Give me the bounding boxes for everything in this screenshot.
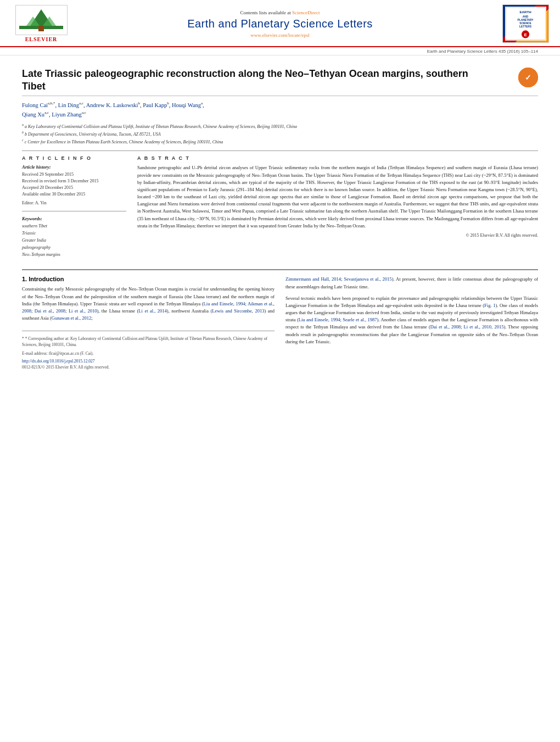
ref-zimmermann[interactable]: Zimmermann and Hall, 2014 — [285, 276, 341, 282]
elsevier-logo: ELSEVIER — [11, 5, 71, 42]
article-title-section: Late Triassic paleogeographic reconstruc… — [22, 68, 538, 96]
journal-logo-box: EARTH AND PLANETARY SCIENCE LETTERS E — [502, 4, 549, 43]
ref-searle[interactable]: Searle et al., 1987 — [343, 317, 377, 322]
author-liyun-zhang: Liyun Zhang — [52, 111, 82, 118]
keywords-list: southern Tibet Triassic Greater India pa… — [22, 223, 126, 258]
keyword-1: southern Tibet — [22, 223, 126, 230]
ref-liu-einsele[interactable]: Liu and Einsele, 1994 — [204, 301, 245, 306]
journal-ref-bar: Earth and Planetary Science Letters 435 … — [0, 47, 560, 55]
author-paul-kapp: Paul Kapp — [143, 102, 167, 108]
keyword-3: Greater India — [22, 237, 126, 244]
received-date: Received 29 September 2015 — [22, 171, 126, 178]
authors-line: Fulong Caia,b,*, Lin Dinga,c, Andrew K. … — [22, 101, 538, 120]
ref-lewis-sircombe[interactable]: Lewis and Sircombe, 2013 — [212, 308, 264, 314]
svg-text:AND: AND — [523, 15, 529, 18]
author-qiang-xu: Qiang Xu — [22, 111, 44, 118]
ref-liu-einsele-2[interactable]: Liu and Einsele, 1994 — [299, 317, 340, 322]
article-container: Late Triassic paleogeographic reconstruc… — [0, 55, 560, 381]
ref-sevastjanova[interactable]: Sevastjanova et al., 2015 — [344, 276, 391, 282]
author-lin-ding: Lin Ding — [58, 102, 79, 108]
history-label: Article history: — [22, 164, 126, 170]
ref-li-2010-2015[interactable]: Li et al., 2010, 2015 — [464, 324, 504, 330]
header-right: EARTH AND PLANETARY SCIENCE LETTERS E — [489, 4, 549, 43]
article-title: Late Triassic paleogeographic reconstruc… — [22, 68, 472, 93]
keywords-section: Keywords: southern Tibet Triassic Greate… — [22, 216, 126, 258]
svg-text:✓: ✓ — [525, 73, 531, 82]
elsevier-logo-section: ELSEVIER — [11, 5, 71, 42]
science-direct-line: Contents lists available at ScienceDirec… — [71, 10, 489, 15]
ref-li-2010[interactable]: Li et al., 2010 — [69, 308, 97, 314]
affiliation-b: b b Department of Geosciences, Universit… — [22, 130, 538, 138]
doi-line[interactable]: http://dx.doi.org/10.1016/j.epsl.2015.12… — [22, 359, 275, 364]
body-left-col: 1. Introduction Constraining the early M… — [22, 276, 275, 370]
affiliations: a a Key Laboratory of Continental Collis… — [22, 122, 538, 145]
keyword-5: Neo–Tethyan margins — [22, 252, 126, 259]
revised-date: Received in revised form 3 December 2015 — [22, 178, 126, 185]
copyright-line: © 2015 Elsevier B.V. All rights reserved… — [137, 233, 538, 238]
svg-text:SCIENCE: SCIENCE — [519, 22, 531, 25]
keyword-4: paleogeography — [22, 244, 126, 252]
svg-rect-4 — [38, 26, 44, 31]
ref-gunawan[interactable]: Gunawan et al., 2012 — [52, 315, 91, 321]
ref-fig1[interactable]: Fig. 1 — [484, 303, 495, 308]
ref-dai-2008[interactable]: Dai et al., 2008 — [35, 308, 65, 314]
author-houqi-wang: Houqi Wang — [172, 102, 201, 108]
article-info-header: A R T I C L E I N F O — [22, 155, 126, 161]
intro-paragraph-1: Constraining the early Mesozoic paleogeo… — [22, 286, 275, 322]
section-1-title: 1. Introduction — [22, 276, 275, 282]
email-note: E-mail address: flcai@itpcas.ac.cn (F. C… — [22, 350, 275, 356]
editor-line: Editor: A. Yin — [22, 200, 126, 207]
body-two-columns: 1. Introduction Constraining the early M… — [22, 276, 538, 370]
svg-text:EARTH: EARTH — [519, 10, 531, 14]
info-divider — [22, 211, 126, 211]
intro-paragraph-2: Several tectonic models have been propos… — [285, 295, 538, 345]
intro-paragraph-cont: Zimmermann and Hall, 2014; Sevastjanova … — [285, 276, 538, 290]
article-history: Article history: Received 29 September 2… — [22, 164, 126, 207]
author-andrew-laskowski: Andrew K. Laskowski — [86, 102, 138, 108]
journal-title: Earth and Planetary Science Letters — [71, 18, 489, 30]
body-right-col: Zimmermann and Hall, 2014; Sevastjanova … — [285, 276, 538, 370]
keyword-2: Triassic — [22, 230, 126, 237]
ref-dai-2008-2[interactable]: Dai et al., 2008 — [430, 324, 461, 330]
journal-url[interactable]: www.elsevier.com/locate/epsl — [71, 32, 489, 38]
affiliation-c: c c Center for Excellence in Tibetan Pla… — [22, 138, 538, 146]
corresponding-author-note: * * Corresponding author at: Key Laborat… — [22, 336, 275, 348]
author-fulong-cai: Fulong Cai — [22, 102, 48, 108]
abstract-text: Sandstone petrographic and U–Pb detrital… — [137, 164, 538, 230]
abstract-header: A B S T R A C T — [137, 155, 538, 161]
elsevier-logo-image — [15, 5, 68, 35]
header-center: Contents lists available at ScienceDirec… — [71, 10, 489, 38]
svg-text:E: E — [524, 32, 527, 37]
crossmark-icon: ✓ — [518, 68, 538, 87]
article-info-column: A R T I C L E I N F O Article history: R… — [22, 155, 126, 263]
elsevier-text: ELSEVIER — [25, 36, 58, 42]
accepted-date: Accepted 20 December 2015 — [22, 185, 126, 191]
affiliation-a: a a Key Laboratory of Continental Collis… — [22, 122, 538, 130]
available-date: Available online 30 December 2015 — [22, 191, 126, 198]
science-direct-link[interactable]: ScienceDirect — [292, 10, 320, 15]
issn-line: 0012-821X/© 2015 Elsevier B.V. All right… — [22, 365, 275, 370]
page-header: ELSEVIER Contents lists available at Sci… — [0, 0, 560, 47]
footer-section: * * Corresponding author at: Key Laborat… — [22, 331, 275, 370]
svg-text:LETTERS: LETTERS — [519, 25, 532, 28]
section-divider — [22, 150, 538, 151]
ref-li-2014[interactable]: Li et al., 2014 — [138, 308, 167, 314]
abstract-column: A B S T R A C T Sandstone petrographic a… — [137, 155, 538, 263]
info-abstract-section: A R T I C L E I N F O Article history: R… — [22, 155, 538, 263]
keywords-label: Keywords: — [22, 216, 126, 221]
body-content: 1. Introduction Constraining the early M… — [22, 269, 538, 370]
svg-text:PLANETARY: PLANETARY — [518, 19, 534, 21]
